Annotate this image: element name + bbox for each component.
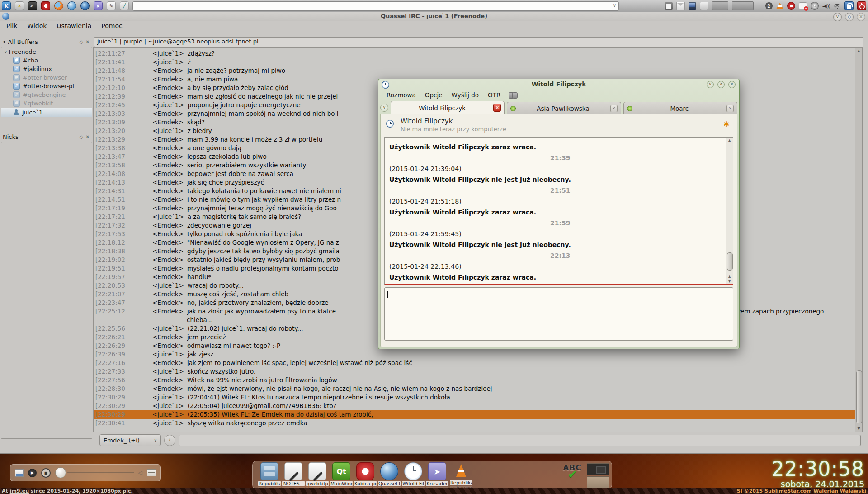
chat-row: [22:11:48<Emdek>ja nie zdążę? potrzymaj … <box>94 66 862 75</box>
play-button[interactable]: ▶ <box>28 469 37 477</box>
tab-close-icon[interactable]: × <box>610 105 618 112</box>
scroll-down-icon[interactable]: ▼ <box>726 279 733 283</box>
log-scrollbar[interactable]: ▲ ▲ ▼ <box>726 138 733 284</box>
panel-command-field[interactable]: ∨ <box>132 1 619 11</box>
tab-witold-filipczyk[interactable]: Witold Filipczyk× <box>391 101 505 114</box>
menu-pomoc[interactable]: Pomoc <box>98 22 126 31</box>
minimize-button[interactable]: ∨ <box>833 13 842 21</box>
tab-close-icon[interactable]: × <box>726 105 734 112</box>
menu-rozmowa[interactable]: Rozmowa <box>383 91 420 99</box>
buffer-item--otter-browser-pl[interactable]: ##otter-browser-pl <box>1 82 92 90</box>
open-file-icon[interactable] <box>15 469 24 477</box>
seek-slider-knob[interactable] <box>55 467 66 478</box>
maximize-button[interactable]: ◇ <box>845 13 854 21</box>
close-panel-icon[interactable]: ✕ <box>86 39 90 44</box>
menu-ustawienia[interactable]: Ustawienia <box>53 22 95 31</box>
log-datetime: (2015-01-24 22:13:46) <box>389 261 719 272</box>
screen-lock-icon[interactable] <box>844 1 854 10</box>
chat-scrollbar[interactable]: ▲ ▼ <box>855 48 862 432</box>
firefox-icon[interactable] <box>54 1 63 10</box>
color-picker-icon[interactable]: ╱ <box>120 1 129 10</box>
shutdown-icon[interactable] <box>857 1 866 10</box>
drag-handle[interactable] <box>94 436 96 445</box>
kde-menu-icon[interactable]: K <box>2 1 11 10</box>
close-button[interactable]: × <box>857 13 865 21</box>
stop-button[interactable]: ■ <box>41 468 51 478</box>
conversation-log[interactable]: Użytkownik Witold Filipczyk zaraz wraca.… <box>384 137 733 285</box>
seek-slider-track[interactable] <box>67 472 134 473</box>
scroll-up-icon[interactable]: ▲ <box>855 49 862 53</box>
menu-opcje[interactable]: Opcje <box>421 91 446 99</box>
buffers-header-label: All Buffers <box>8 38 38 45</box>
scroll-down-icon[interactable]: ▼ <box>855 427 862 431</box>
network-item-freenode[interactable]: ∨Freenode <box>1 48 92 56</box>
pager-desktop-2[interactable] <box>587 476 609 489</box>
buffers-panel-header[interactable]: • All Buffers ◇ ✕ <box>3 38 90 45</box>
tab-list-button[interactable]: ∨ <box>380 104 388 112</box>
disc-icon[interactable] <box>811 2 819 10</box>
tray-expand-badge[interactable]: 2 <box>765 2 773 10</box>
scrollbar-thumb[interactable] <box>856 370 862 423</box>
konqueror-icon[interactable] <box>67 1 76 10</box>
tab-close-icon[interactable]: × <box>493 104 501 112</box>
screenshot-tool-icon[interactable]: ➤ <box>94 1 103 10</box>
menu-otr[interactable]: OTR <box>484 91 504 99</box>
task-thumbnail[interactable] <box>712 1 728 10</box>
expander-icon[interactable]: ∨ <box>4 50 7 54</box>
kadu-titlebar[interactable]: Witold Filipczyk ∨ ∧ × <box>378 79 739 89</box>
message-timestamp: [22:25:12 <box>94 307 152 316</box>
gear-icon[interactable]: ✱ <box>723 121 731 128</box>
close-button[interactable]: × <box>728 81 736 88</box>
topic-bar[interactable]: juice`1 | purple | ~juice@agqe53.neoplus… <box>94 37 863 47</box>
clipboard-icon[interactable] <box>665 2 673 10</box>
notifications-icon[interactable] <box>799 2 807 10</box>
float-panel-icon[interactable]: ◇ <box>80 134 83 139</box>
shade-button[interactable]: ∨ <box>707 81 714 88</box>
menu-widok[interactable]: Widok <box>24 22 50 31</box>
terminal-icon[interactable]: >_ <box>28 1 37 10</box>
message-input[interactable] <box>179 435 861 446</box>
opera-launcher-icon[interactable] <box>41 1 50 10</box>
scroll-up-icon[interactable]: ▲ <box>726 138 733 142</box>
nick-list[interactable] <box>1 142 92 439</box>
nicks-panel-header[interactable]: Nicks ◇ ✕ <box>3 133 90 140</box>
message-text: ja nie zdążę? potrzymaj mi piwo <box>184 66 862 75</box>
buffer-item-juice-1[interactable]: juice`1 <box>1 108 92 117</box>
opera-tray-icon[interactable] <box>787 2 795 10</box>
float-panel-icon[interactable]: ◇ <box>80 39 83 44</box>
menu-plik[interactable]: Plik <box>3 22 21 31</box>
dock-item-9[interactable]: RepublikaRepublika <box>450 462 472 491</box>
tab-moarc[interactable]: Moarc× <box>623 102 737 114</box>
buffer-item--cba[interactable]: ##cba <box>1 56 92 65</box>
trash-icon[interactable] <box>700 2 708 10</box>
tab-asia-pawlikowska[interactable]: Asia Pawlikowska× <box>507 102 621 114</box>
buffer-item--qtwebengine[interactable]: ##qtwebengine <box>1 90 92 99</box>
quassel-titlebar[interactable]: Quassel IRC - juice`1 (Freenode) ∨ ◇ × <box>0 12 868 21</box>
scrollbar-thumb[interactable] <box>727 252 733 271</box>
wifi-icon[interactable] <box>834 4 841 9</box>
system-tools-icon[interactable]: ✕ <box>15 1 24 10</box>
menu-wyślij-do[interactable]: Wyślij do <box>448 91 483 99</box>
task-thumbnail[interactable] <box>732 1 754 10</box>
desktop-pager[interactable] <box>587 463 609 489</box>
volume-icon[interactable]: ◁ <box>138 470 142 476</box>
spellcheck-widget[interactable]: ABC ✔ <box>561 463 584 477</box>
maximize-button[interactable]: ∧ <box>717 81 725 88</box>
scroll-up-icon[interactable]: ▲ <box>726 275 733 279</box>
buffer-item--qtwebkit[interactable]: ##qtwebkit <box>1 99 92 108</box>
nick-selector[interactable]: Emdek_ (+i) ∨ <box>99 434 161 446</box>
close-panel-icon[interactable]: ✕ <box>86 134 90 139</box>
send-button[interactable]: › <box>164 435 175 446</box>
message-timestamp: [22:27:16 <box>94 359 152 367</box>
browser-globe-icon[interactable] <box>80 1 90 10</box>
kadu-message-input[interactable] <box>384 287 733 341</box>
buffer-item--jakilinux[interactable]: ##jakilinux <box>1 65 92 73</box>
volume-icon[interactable]: ◄))) <box>822 3 830 9</box>
vlc-tray-icon[interactable] <box>776 3 783 9</box>
buffer-item--otter-browser[interactable]: ##otter-browser <box>1 73 92 82</box>
playlist-icon[interactable] <box>147 469 156 476</box>
mail-icon[interactable] <box>676 2 685 10</box>
pager-desktop-1[interactable] <box>587 463 609 475</box>
display-icon[interactable] <box>689 2 696 10</box>
text-editor-icon[interactable]: ✎ <box>107 1 116 10</box>
